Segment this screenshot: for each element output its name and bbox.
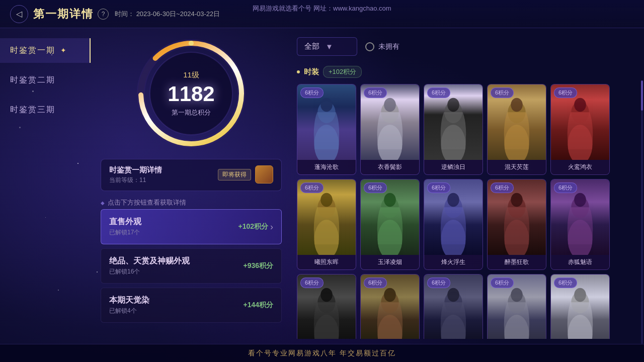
- item-name-7: 玉泽凌烟: [361, 255, 419, 269]
- svg-point-43: [447, 288, 459, 302]
- char-svg-6: [361, 179, 419, 255]
- left-panel: 11级 1182 第一期总积分 即将获得 时鉴赏一期详情 当前等级：11 ◆ 点…: [91, 28, 292, 344]
- char-svg-10: [297, 275, 356, 339]
- item-card-4[interactable]: 6积分 混天芡莲: [487, 84, 546, 175]
- item-card-6[interactable]: 6积分 曦照东晖: [297, 179, 356, 270]
- item-name-2: 衣香鬓影: [361, 160, 419, 174]
- item-card-1[interactable]: 6积分 蓬海沧歌: [297, 84, 356, 175]
- item-name-4: 混天芡莲: [488, 160, 546, 174]
- page-title: 第一期详情: [33, 7, 94, 22]
- item-img-8: 6积分: [424, 179, 482, 255]
- item-img-15: 6积分: [551, 275, 609, 339]
- item-img-9: 6积分: [488, 179, 546, 255]
- btn1-arrow-icon: ›: [270, 222, 273, 232]
- diamond-icon: ◆: [101, 200, 105, 206]
- circle-info: 11级 1182 第一期总积分: [168, 70, 214, 117]
- svg-point-25: [384, 193, 396, 207]
- item-name-8: 烽火浮生: [424, 255, 482, 269]
- char-svg-4: [551, 84, 609, 160]
- svg-point-13: [447, 98, 459, 112]
- scrollbar-thumb[interactable]: [641, 80, 643, 111]
- info-card: 即将获得 时鉴赏一期详情 当前等级：11: [101, 159, 282, 191]
- info-card-header: 即将获得 时鉴赏一期详情 当前等级：11: [109, 165, 273, 185]
- soon-badge: 即将获得: [218, 169, 251, 180]
- score-circle: 11级 1182 第一期总积分: [136, 38, 247, 149]
- svg-point-46: [511, 288, 523, 302]
- svg-point-40: [384, 288, 396, 302]
- item-card-7[interactable]: 6积分 玉泽凌烟: [360, 179, 420, 270]
- item-img-1: 6积分: [297, 84, 356, 160]
- reward-buttons-list: 直售外观 已解锁17个 +102积分 › 绝品、天赏及神赐外观 已解锁16个 +…: [101, 209, 282, 323]
- item-name-1: 蓬海沧歌: [297, 160, 356, 174]
- char-svg-7: [424, 179, 482, 255]
- sidebar-item-period2[interactable]: 时鉴赏二期: [0, 68, 91, 93]
- item-img-11: 6积分: [297, 275, 356, 339]
- item-img-2: 6积分: [361, 84, 419, 160]
- item-img-4: 6积分: [488, 84, 546, 160]
- item-card-9[interactable]: 6积分 醉墨狂歌: [487, 179, 546, 270]
- item-card-5[interactable]: 6积分 火鸾鸿衣: [550, 84, 610, 175]
- sidebar: 时鉴赏一期 ✦ 时鉴赏二期 时鉴赏三期: [0, 28, 91, 344]
- item-card-8[interactable]: 6积分 烽火浮生: [424, 179, 483, 270]
- reward-btn-1[interactable]: 直售外观 已解锁17个 +102积分 ›: [101, 209, 282, 244]
- header-time: 时间： 2023-06-30日~2024-03-22日: [115, 10, 220, 19]
- filter-radio[interactable]: 未拥有: [365, 42, 399, 51]
- watermark: 网易游戏就选看个号 网址：www.kangchao.com: [253, 4, 391, 13]
- help-button[interactable]: ?: [98, 9, 109, 20]
- item-card-2[interactable]: 6积分 衣香鬓影: [360, 84, 420, 175]
- items-grid: 6积分 蓬海沧歌 6积分 衣香鬓影 6积分: [292, 84, 639, 339]
- item-img-7: 6积分: [361, 179, 419, 255]
- item-name-6: 曦照东晖: [297, 255, 356, 269]
- item-name-5: 火鸾鸿衣: [551, 160, 609, 174]
- item-img-5: 6积分: [551, 84, 609, 160]
- svg-point-16: [511, 98, 523, 112]
- sidebar-item-period3[interactable]: 时鉴赏三期: [0, 98, 91, 122]
- item-img-12: 6积分: [361, 275, 419, 339]
- svg-point-22: [320, 193, 333, 207]
- scrollbar-track[interactable]: [641, 80, 643, 344]
- sidebar-item-period1[interactable]: 时鉴赏一期 ✦: [0, 38, 91, 63]
- item-card-15[interactable]: 6积分 白骨: [550, 274, 610, 339]
- char-svg-11: [361, 275, 419, 339]
- item-name-9: 醉墨狂歌: [488, 255, 546, 269]
- item-card-12[interactable]: 6积分 金玉: [360, 274, 420, 339]
- item-card-13[interactable]: 6积分 墨影: [424, 274, 483, 339]
- char-svg-2: [424, 84, 482, 160]
- total-score: 1182: [168, 82, 214, 106]
- radio-icon: [365, 42, 374, 51]
- category-header: 时装 +102积分: [292, 64, 639, 80]
- item-name-10: 赤狐魅语: [551, 255, 609, 269]
- filter-bar: 全部 ▼ 未拥有: [292, 33, 639, 60]
- svg-point-19: [574, 98, 586, 112]
- char-svg-5: [297, 179, 356, 255]
- score-label: 第一期总积分: [168, 108, 214, 117]
- item-card-14[interactable]: 6积分 银霜: [487, 274, 546, 339]
- reward-btn-3[interactable]: 本期天觉染 已解锁4个 +144积分: [101, 288, 282, 323]
- svg-point-34: [574, 193, 586, 207]
- svg-point-37: [320, 288, 333, 302]
- back-button[interactable]: ◁: [10, 5, 28, 23]
- item-card-11[interactable]: 6积分 暗羽: [297, 274, 356, 339]
- category-dot-icon: [297, 70, 300, 73]
- char-svg-1: [361, 84, 419, 160]
- item-img-10: 6积分: [551, 179, 609, 255]
- filter-dropdown[interactable]: 全部 ▼: [297, 37, 357, 56]
- right-panel: 全部 ▼ 未拥有 时装 +102积分 6积分: [292, 28, 644, 344]
- reward-btn-2[interactable]: 绝品、天赏及神赐外观 已解锁16个 +936积分: [101, 248, 282, 284]
- item-card-3[interactable]: 6积分 逆鳞浊日: [424, 84, 483, 175]
- reward-icon: [255, 165, 273, 184]
- item-img-6: 6积分: [297, 179, 356, 255]
- char-svg-14: [551, 275, 609, 339]
- item-card-10[interactable]: 6积分 赤狐魅语: [550, 179, 610, 270]
- bottom-banner: 看个号专业网易游戏八年 年交易额过百亿: [0, 344, 644, 362]
- svg-point-28: [447, 193, 459, 207]
- svg-point-10: [384, 98, 396, 112]
- main-content: 11级 1182 第一期总积分 即将获得 时鉴赏一期详情 当前等级：11 ◆ 点…: [91, 28, 644, 344]
- info-card-right: 即将获得: [218, 165, 273, 184]
- item-img-3: 6积分: [424, 84, 482, 160]
- char-svg-8: [488, 179, 546, 255]
- hint-text: ◆ 点击下方按钮查看获取详情: [101, 196, 282, 209]
- item-img-13: 6积分: [424, 275, 482, 339]
- item-name-3: 逆鳞浊日: [424, 160, 482, 174]
- svg-point-31: [511, 193, 523, 207]
